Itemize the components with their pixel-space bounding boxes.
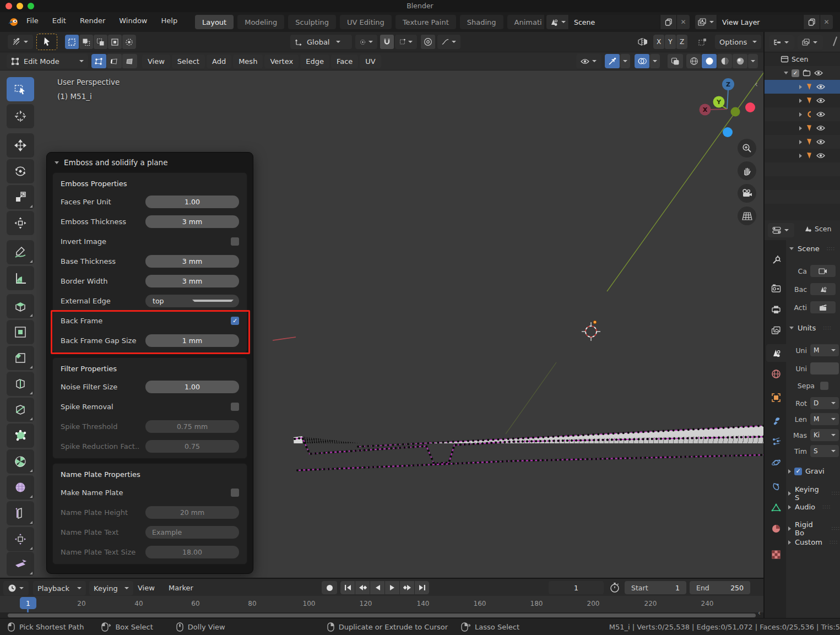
- jump-to-end-button[interactable]: [415, 581, 429, 594]
- mirror-button[interactable]: [633, 35, 652, 49]
- expand-icon[interactable]: [799, 99, 802, 103]
- properties-editor-type-dropdown[interactable]: [768, 223, 794, 237]
- time-dropdown[interactable]: S: [810, 445, 839, 457]
- toolbar-scale[interactable]: [7, 185, 34, 209]
- active-clip-field[interactable]: [810, 301, 836, 313]
- toolbar-bevel[interactable]: [7, 346, 34, 370]
- scene-browse-button[interactable]: [546, 15, 569, 29]
- gizmo-z-negative[interactable]: [723, 127, 733, 137]
- view-layer-new-button[interactable]: [803, 15, 820, 29]
- background-field[interactable]: [810, 283, 836, 295]
- toolbar-shear[interactable]: [7, 552, 34, 576]
- tab-view-layer[interactable]: [766, 322, 786, 339]
- make-name-plate-checkbox[interactable]: [231, 489, 239, 497]
- expand-icon[interactable]: [799, 126, 802, 131]
- toolbar-measure[interactable]: [7, 266, 34, 290]
- audio-section-header[interactable]: Audio: [788, 503, 831, 511]
- separate-units-checkbox[interactable]: [820, 382, 828, 390]
- pan-view-button[interactable]: [738, 161, 756, 180]
- playback-menu[interactable]: Playback: [33, 581, 86, 595]
- expand-icon[interactable]: [799, 140, 802, 144]
- toolbar-move[interactable]: [7, 133, 34, 158]
- edge-select-mode-button[interactable]: [107, 54, 122, 68]
- play-button[interactable]: [385, 581, 399, 594]
- tab-modifiers[interactable]: [766, 411, 786, 429]
- toolbar-edge-slide[interactable]: [7, 501, 34, 525]
- tool-settings-dropdown[interactable]: [8, 35, 33, 49]
- emboss-thickness-field[interactable]: 3 mm: [145, 215, 239, 228]
- sidebar-collapse-arrow[interactable]: ‹: [755, 79, 758, 89]
- toolbar-shrink-fatten[interactable]: [7, 527, 34, 551]
- frame-start-field[interactable]: Start 1: [625, 581, 686, 594]
- units-section-header[interactable]: Units: [789, 324, 832, 332]
- length-dropdown[interactable]: M: [810, 413, 839, 425]
- outliner-collection-row[interactable]: ✓: [764, 66, 840, 80]
- auto-keying-button[interactable]: [322, 581, 337, 594]
- ortho-toggle-button[interactable]: [738, 207, 756, 225]
- rigid-body-section-header[interactable]: Rigid Bo: [788, 520, 840, 537]
- tab-material[interactable]: [766, 520, 786, 538]
- name-plate-height-field[interactable]: 20 mm: [145, 506, 239, 519]
- tab-particles[interactable]: [766, 433, 786, 451]
- menu-add[interactable]: Add: [207, 55, 231, 68]
- proportional-editing-button[interactable]: [421, 35, 435, 49]
- blender-logo-icon[interactable]: [7, 16, 19, 28]
- toolbar-extrude-region[interactable]: [7, 294, 34, 318]
- toolbar-inset-faces[interactable]: [7, 320, 34, 344]
- spike-reduction-field[interactable]: 0.75: [145, 440, 239, 453]
- solid-shading-button[interactable]: [702, 54, 717, 68]
- tab-texture[interactable]: [766, 546, 786, 563]
- shading-dropdown[interactable]: [748, 54, 758, 68]
- toolbar-smooth[interactable]: [7, 475, 34, 500]
- outliner-scene-row[interactable]: Scen: [764, 52, 840, 66]
- eye-icon[interactable]: [816, 111, 825, 117]
- workspace-tab-modeling[interactable]: Modeling: [237, 15, 284, 29]
- gizmo-y-negative[interactable]: [731, 107, 740, 117]
- keying-menu[interactable]: Keying: [89, 581, 133, 595]
- mirror-x-toggle[interactable]: X: [653, 35, 664, 49]
- outliner-filter-dropdown[interactable]: [769, 35, 794, 50]
- view-layer-browse-button[interactable]: [695, 15, 717, 29]
- select-mode-new-button[interactable]: [65, 35, 79, 49]
- snap-settings-dropdown[interactable]: [395, 35, 417, 49]
- mode-dropdown[interactable]: Edit Mode: [7, 54, 88, 68]
- outliner-object-row-selected[interactable]: [764, 80, 840, 94]
- play-reverse-button[interactable]: [370, 581, 384, 594]
- viewport-3d[interactable]: User Perspective (1) M51_i Z Y X: [0, 70, 764, 578]
- next-keyframe-button[interactable]: [400, 581, 414, 594]
- snap-base-button[interactable]: [693, 35, 712, 49]
- expand-icon[interactable]: [784, 72, 788, 74]
- scene-section-header[interactable]: Scene: [789, 245, 835, 253]
- timeline-view-menu[interactable]: View: [138, 584, 155, 592]
- tab-physics-orbit[interactable]: [766, 454, 786, 471]
- show-overlays-button[interactable]: [635, 54, 649, 68]
- unit-scale-field[interactable]: [810, 362, 839, 375]
- menu-vertex[interactable]: Vertex: [264, 55, 299, 68]
- mesh-object[interactable]: [292, 284, 764, 443]
- timeline-ruler[interactable]: 20 40 60 80 100 120 140 160 180 200 220 …: [0, 596, 764, 612]
- transform-orientation-dropdown[interactable]: Global: [290, 35, 352, 49]
- workspace-tab-texture-paint[interactable]: Texture Paint: [395, 15, 456, 29]
- rotation-dropdown[interactable]: D: [810, 397, 839, 409]
- timeline-editor-type-dropdown[interactable]: [3, 581, 29, 595]
- menu-uv[interactable]: UV: [360, 55, 381, 68]
- region-divider-horizontal[interactable]: [0, 578, 764, 578]
- scene-unlink-button[interactable]: ✕: [676, 15, 690, 29]
- outliner-object-row[interactable]: [764, 107, 840, 121]
- faces-per-unit-field[interactable]: 1.00: [145, 196, 239, 208]
- border-width-field[interactable]: 3 mm: [145, 275, 239, 287]
- search-icon[interactable]: [833, 36, 837, 46]
- workspace-tab-animation[interactable]: Animati: [507, 15, 544, 29]
- keying-sets-section-header[interactable]: Keying S: [788, 485, 840, 502]
- current-frame-field[interactable]: 1: [549, 581, 604, 594]
- gizmo-dropdown[interactable]: [620, 54, 630, 68]
- spike-threshold-field[interactable]: 0.75 mm: [145, 420, 239, 433]
- material-shading-button[interactable]: [717, 54, 732, 68]
- eye-icon[interactable]: [816, 153, 825, 159]
- menu-select[interactable]: Select: [172, 55, 205, 68]
- name-plate-text-size-field[interactable]: 18.00: [145, 546, 239, 558]
- menu-window[interactable]: Window: [115, 14, 151, 27]
- back-frame-checkbox[interactable]: [231, 317, 239, 325]
- tab-render[interactable]: [766, 280, 786, 297]
- menu-file[interactable]: File: [22, 14, 43, 27]
